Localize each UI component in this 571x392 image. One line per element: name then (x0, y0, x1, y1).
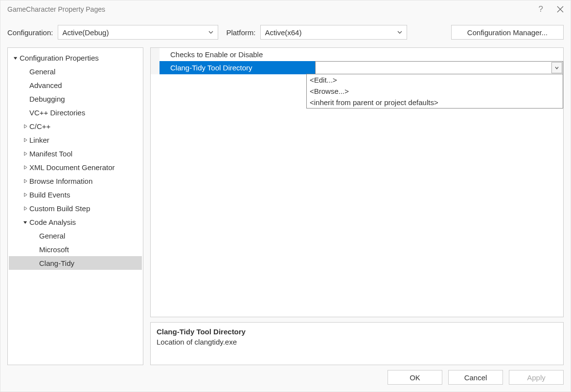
tree-label: General (29, 67, 55, 76)
tree-arrow-collapsed-icon (22, 152, 28, 156)
tree-item-xml-doc-generator[interactable]: XML Document Generator (9, 160, 142, 174)
content-area: Configuration Properties General Advance… (0, 44, 571, 370)
tree-label: XML Document Generator (29, 163, 115, 172)
tree-label: Build Events (29, 191, 70, 199)
property-pages-window: GameCharacter Property Pages ? Configura… (0, 0, 571, 392)
tree-item-code-analysis-microsoft[interactable]: Microsoft (9, 242, 142, 256)
tree-item-configuration-properties[interactable]: Configuration Properties (9, 51, 142, 65)
tree-item-vcpp-directories[interactable]: VC++ Directories (9, 106, 142, 119)
tree-label: C/C++ (29, 122, 50, 131)
chevron-down-icon (397, 29, 403, 35)
tree-label: Custom Build Step (29, 204, 90, 213)
tree-arrow-collapsed-icon (22, 165, 28, 170)
description-panel: Clang-Tidy Tool Directory Location of cl… (150, 322, 564, 365)
tree-label: VC++ Directories (29, 109, 85, 117)
grid-gutter (151, 48, 160, 61)
property-name: Clang-Tidy Tool Directory (170, 64, 252, 72)
ok-label: OK (410, 373, 420, 382)
dropdown-item-inherit[interactable]: <inherit from parent or project defaults… (307, 97, 563, 108)
property-value-cell[interactable] (315, 61, 563, 74)
tree-label: Debugging (29, 95, 65, 103)
tree-item-linker[interactable]: Linker (9, 133, 142, 147)
chevron-down-icon (208, 29, 214, 35)
dropdown-item-edit[interactable]: <Edit...> (307, 74, 563, 86)
value-dropdown[interactable]: <Edit...> <Browse...> <inherit from pare… (306, 74, 563, 109)
platform-combo[interactable]: Active(x64) (260, 25, 407, 40)
configuration-combo[interactable]: Active(Debug) (58, 25, 218, 40)
tree-item-browse-information[interactable]: Browse Information (9, 174, 142, 188)
platform-label: Platform: (226, 28, 255, 37)
dialog-footer: OK Cancel Apply (0, 370, 571, 392)
window-title: GameCharacter Property Pages (7, 5, 105, 13)
tree-arrow-collapsed-icon (22, 206, 28, 211)
main-panel: Checks to Enable or Disable Clang-Tidy T… (150, 47, 564, 365)
tree-label: Browse Information (29, 177, 92, 185)
cancel-label: Cancel (464, 373, 487, 382)
tree-arrow-collapsed-icon (22, 124, 28, 129)
tree-label: Configuration Properties (20, 54, 99, 62)
description-text: Location of clangtidy.exe (157, 338, 557, 346)
tree-item-manifest-tool[interactable]: Manifest Tool (9, 147, 142, 160)
tree-arrow-collapsed-icon (22, 138, 28, 142)
property-grid[interactable]: Checks to Enable or Disable Clang-Tidy T… (150, 47, 564, 317)
cancel-button[interactable]: Cancel (448, 370, 503, 385)
property-row-checks[interactable]: Checks to Enable or Disable (151, 48, 563, 61)
property-value-cell[interactable] (315, 48, 563, 61)
configuration-manager-label: Configuration Manager... (467, 28, 548, 37)
close-icon[interactable] (557, 6, 564, 13)
tree-label: Microsoft (39, 245, 69, 254)
tree-label: Code Analysis (29, 218, 76, 226)
configuration-value: Active(Debug) (62, 28, 109, 37)
tree-item-c-cpp[interactable]: C/C++ (9, 119, 142, 133)
help-icon[interactable]: ? (539, 4, 543, 14)
property-name: Checks to Enable or Disable (170, 50, 263, 59)
tree-label: Advanced (29, 81, 62, 89)
tree-label: Clang-Tidy (39, 259, 74, 267)
tree-panel[interactable]: Configuration Properties General Advance… (7, 47, 143, 365)
tree-item-general[interactable]: General (9, 65, 142, 78)
tree-arrow-expanded-icon (22, 220, 28, 224)
platform-value: Active(x64) (265, 28, 301, 37)
property-row-clang-tidy-dir[interactable]: Clang-Tidy Tool Directory (151, 61, 563, 74)
tree-item-debugging[interactable]: Debugging (9, 92, 142, 106)
tree-item-code-analysis-general[interactable]: General (9, 229, 142, 242)
tree-item-advanced[interactable]: Advanced (9, 78, 142, 92)
tree-label: Linker (29, 136, 49, 144)
tree-item-code-analysis-clang-tidy[interactable]: Clang-Tidy (9, 256, 142, 270)
dropdown-button[interactable] (551, 62, 562, 73)
toolbar: Configuration: Active(Debug) Platform: A… (0, 18, 571, 44)
apply-label: Apply (527, 373, 546, 382)
grid-gutter (151, 61, 160, 74)
tree-arrow-collapsed-icon (22, 179, 28, 183)
property-name-cell: Clang-Tidy Tool Directory (160, 61, 315, 74)
configuration-manager-button[interactable]: Configuration Manager... (451, 25, 564, 40)
tree-item-custom-build-step[interactable]: Custom Build Step (9, 201, 142, 215)
tree-arrow-expanded-icon (12, 56, 19, 60)
tree-item-build-events[interactable]: Build Events (9, 188, 142, 201)
description-title: Clang-Tidy Tool Directory (157, 327, 557, 336)
titlebar-controls: ? (539, 4, 564, 14)
tree-item-code-analysis[interactable]: Code Analysis (9, 215, 142, 229)
ok-button[interactable]: OK (388, 370, 442, 385)
configuration-label: Configuration: (7, 28, 53, 37)
property-name-cell: Checks to Enable or Disable (160, 48, 315, 61)
dropdown-item-browse[interactable]: <Browse...> (307, 86, 563, 97)
tree-arrow-collapsed-icon (22, 193, 28, 197)
tree-label: General (39, 232, 65, 240)
titlebar: GameCharacter Property Pages ? (0, 0, 571, 18)
tree-label: Manifest Tool (29, 150, 72, 158)
apply-button[interactable]: Apply (509, 370, 564, 385)
